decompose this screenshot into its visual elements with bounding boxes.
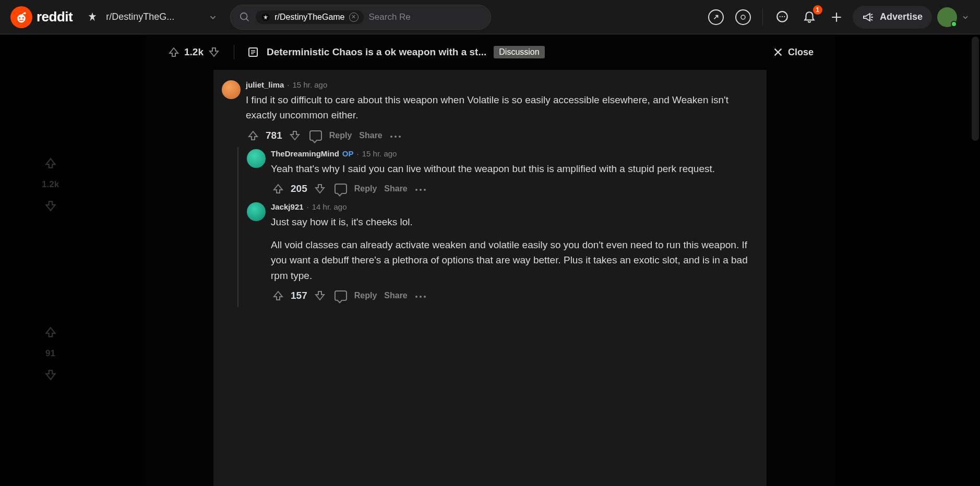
divider [762,9,763,26]
coin-icon [735,9,751,25]
downvote-button[interactable] [288,128,302,143]
svg-point-4 [241,13,247,19]
comment-text: Yeah that's why I said you can live with… [271,161,758,176]
comment-author[interactable]: Jackj921 [271,202,304,211]
svg-point-13 [395,136,397,138]
arrow-out-icon [708,9,724,25]
more-button[interactable] [415,184,426,193]
svg-point-18 [415,296,417,298]
advertise-label: Advertise [880,11,923,22]
notification-badge: 1 [813,5,822,15]
share-button[interactable]: Share [359,131,382,140]
chevron-down-icon [208,13,218,22]
coin-button[interactable] [732,6,754,28]
reddit-logo-mark [10,6,32,28]
comment-children: TheDreamingMind OP · 15 hr. ago Yeah tha… [237,147,758,307]
post-header-bar: 1.2k Deterministic Chaos is a ok weapon … [146,34,834,70]
comment-score: 205 [291,183,307,195]
search-pill-label: r/DestinyTheGame [274,13,344,22]
more-button[interactable] [415,291,426,300]
comment: TheDreamingMind OP · 15 hr. ago Yeah tha… [247,147,758,200]
share-button[interactable]: Share [384,184,407,193]
more-icon [415,295,426,298]
comment-time: 14 hr. ago [312,202,347,211]
user-avatar [937,7,957,27]
comment-author[interactable]: TheDreamingMind [271,149,339,158]
svg-point-20 [424,296,426,298]
notifications-button[interactable]: 1 [798,6,820,28]
comment-actions: 157 Reply Share [271,288,758,303]
chat-icon [775,10,789,24]
downvote-button[interactable] [313,288,327,303]
reply-icon [334,184,347,194]
online-indicator [951,21,957,27]
post-flair[interactable]: Discussion [494,46,544,58]
upvote-button[interactable] [166,45,181,59]
downvote-button[interactable] [313,181,327,196]
upvote-button[interactable] [271,288,285,303]
comment-time: 15 hr. ago [293,80,328,89]
comment: Jackj921 · 14 hr. ago Just say how it is… [247,200,758,307]
post-panel: 1.2k Deterministic Chaos is a ok weapon … [146,34,834,486]
reply-button[interactable]: Reply [354,291,377,300]
search-bar[interactable]: r/DestinyTheGame ✕ [230,5,491,30]
close-button[interactable]: Close [772,46,814,58]
svg-point-12 [390,136,392,138]
clear-scope-icon[interactable]: ✕ [349,13,358,22]
user-menu[interactable] [937,7,970,27]
svg-point-19 [420,296,422,298]
destiny-pill-icon [261,13,270,22]
comments-area: juliet_lima · 15 hr. ago I find it so di… [213,70,767,486]
advertise-button[interactable]: Advertise [853,6,932,29]
upvote-button[interactable] [246,128,260,143]
comment-text: Just say how it is, it's cheeks lol.All … [271,214,758,283]
comment-text: I find it so difficult to care about thi… [246,92,736,123]
svg-point-2 [22,17,24,18]
divider [234,45,234,59]
reddit-logo[interactable]: reddit [10,6,73,28]
reply-button[interactable]: Reply [354,184,377,193]
upvote-button[interactable] [271,181,285,196]
create-post-button[interactable] [826,6,847,28]
op-badge: OP [342,149,354,158]
reply-button[interactable]: Reply [329,131,352,140]
megaphone-icon [862,11,875,23]
comment-score: 781 [266,130,282,141]
community-dropdown[interactable]: r/DestinyTheG... [81,8,222,27]
comment-author[interactable]: juliet_lima [246,80,284,89]
app-header: reddit r/DestinyTheG... r/DestinyTheGame… [0,0,980,34]
comment-actions: 205 Reply Share [271,181,758,196]
text-post-icon [247,46,259,58]
reply-icon [309,130,322,141]
svg-point-17 [424,189,426,191]
more-button[interactable] [390,131,401,140]
popular-button[interactable] [705,6,727,28]
reddit-wordmark: reddit [37,9,73,25]
search-scope-pill[interactable]: r/DestinyTheGame ✕ [256,10,363,24]
community-name: r/DestinyTheG... [106,11,202,22]
close-icon [772,46,784,58]
meta-separator: · [307,202,309,211]
post-title: Deterministic Chaos is a ok weapon with … [267,46,486,58]
post-score: 1.2k [184,46,204,58]
post-vote: 1.2k [166,45,221,59]
svg-point-1 [19,17,20,18]
share-button[interactable]: Share [384,291,407,300]
comment-avatar[interactable] [247,149,266,168]
comment: juliet_lima · 15 hr. ago I find it so di… [222,78,758,147]
chevron-down-icon [961,13,970,21]
comment-avatar[interactable] [222,80,241,99]
svg-point-0 [17,14,26,22]
svg-point-10 [784,16,785,17]
svg-point-8 [780,16,781,17]
reply-icon [334,290,347,301]
comment-avatar[interactable] [247,202,266,221]
header-actions: 1 Advertise [705,6,970,29]
meta-separator: · [287,80,289,89]
downvote-button[interactable] [207,45,221,59]
search-input[interactable] [369,12,483,22]
reddit-alien-icon [15,10,28,24]
svg-point-14 [399,136,401,138]
chat-button[interactable] [771,6,793,28]
comment-time: 15 hr. ago [362,149,397,158]
